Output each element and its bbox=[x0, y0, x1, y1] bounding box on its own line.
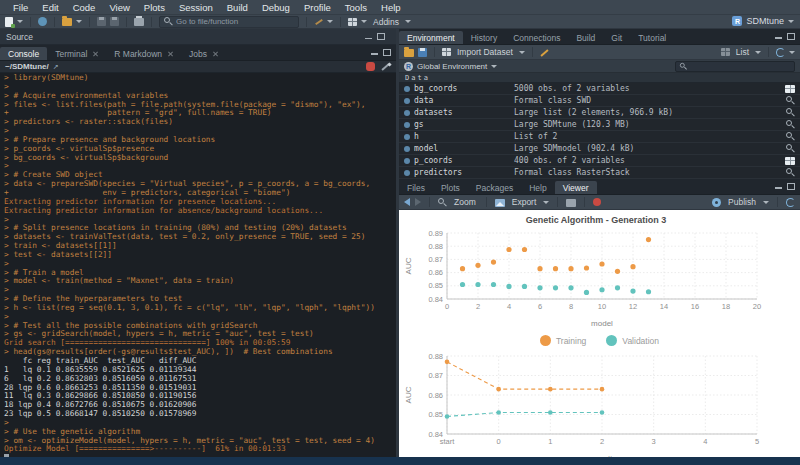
load-workspace-icon[interactable] bbox=[404, 49, 414, 57]
tab-environment[interactable]: Environment bbox=[399, 31, 463, 44]
import-dataset-icon[interactable] bbox=[442, 48, 451, 56]
tab-console[interactable]: Console bbox=[0, 47, 47, 60]
chevron-down-icon[interactable] bbox=[543, 201, 549, 204]
inspect-object-icon[interactable] bbox=[786, 132, 795, 141]
tab-build[interactable]: Build bbox=[568, 31, 603, 44]
tab-viewer[interactable]: Viewer bbox=[555, 181, 597, 194]
console-output-area[interactable]: > library(SDMtune)>> # Acquire environme… bbox=[0, 73, 396, 457]
close-tab-icon[interactable] bbox=[212, 51, 218, 57]
minimize-icon[interactable] bbox=[775, 37, 782, 39]
forward-icon[interactable] bbox=[415, 198, 421, 206]
env-row-model[interactable]: modelLarge SDMmodel (902.4 kB) bbox=[399, 143, 800, 155]
import-dataset-button[interactable]: Import Dataset bbox=[457, 47, 513, 57]
tab-plots[interactable]: Plots bbox=[433, 181, 468, 194]
chevron-down-icon[interactable] bbox=[405, 20, 411, 23]
chevron-down-icon[interactable] bbox=[763, 201, 769, 204]
copy-plot-icon[interactable] bbox=[566, 199, 576, 207]
chevron-down-icon[interactable] bbox=[327, 20, 333, 23]
tab-r-markdown[interactable]: R Markdown bbox=[106, 47, 181, 60]
menu-tools[interactable]: Tools bbox=[338, 2, 374, 13]
inspect-object-icon[interactable] bbox=[786, 120, 795, 129]
tab-history[interactable]: History bbox=[463, 31, 505, 44]
zoom-button[interactable]: Zoom bbox=[454, 197, 476, 207]
goto-file-function-input[interactable]: Go to file/function bbox=[159, 16, 299, 28]
menu-plots[interactable]: Plots bbox=[137, 2, 172, 13]
maximize-icon[interactable] bbox=[377, 33, 385, 40]
env-row-bg_coords[interactable]: bg_coords5000 obs. of 2 variables bbox=[399, 83, 800, 95]
chevron-down-icon[interactable] bbox=[491, 65, 497, 68]
env-row-gs[interactable]: gsLarge SDMtune (120.3 MB) bbox=[399, 119, 800, 131]
chevron-down-icon[interactable] bbox=[361, 20, 367, 23]
zoom-icon[interactable] bbox=[438, 198, 447, 207]
close-tab-icon[interactable] bbox=[92, 51, 98, 57]
list-view-icon[interactable] bbox=[721, 48, 730, 56]
tab-help[interactable]: Help bbox=[521, 181, 554, 194]
view-table-icon[interactable] bbox=[785, 85, 795, 93]
close-tab-icon[interactable] bbox=[167, 51, 173, 57]
menu-file[interactable]: File bbox=[6, 2, 35, 13]
list-view-button[interactable]: List bbox=[736, 47, 749, 57]
refresh-viewer-icon[interactable] bbox=[786, 198, 795, 207]
inspect-object-icon[interactable] bbox=[786, 108, 795, 117]
back-icon[interactable] bbox=[404, 198, 410, 206]
minimize-icon[interactable] bbox=[371, 53, 378, 55]
tab-connections[interactable]: Connections bbox=[505, 31, 568, 44]
env-row-data[interactable]: dataFormal class SWD bbox=[399, 95, 800, 107]
menu-build[interactable]: Build bbox=[220, 2, 255, 13]
inspect-object-icon[interactable] bbox=[786, 144, 795, 153]
new-file-icon[interactable] bbox=[5, 17, 13, 27]
tab-tutorial[interactable]: Tutorial bbox=[630, 31, 674, 44]
panes-layout-icon[interactable] bbox=[348, 18, 357, 26]
maximize-icon[interactable] bbox=[383, 49, 391, 56]
save-icon[interactable] bbox=[97, 17, 106, 26]
env-row-p_coords[interactable]: p_coords400 obs. of 2 variables bbox=[399, 155, 800, 167]
tab-jobs[interactable]: Jobs bbox=[181, 47, 226, 60]
addins-button[interactable]: Addins bbox=[373, 17, 399, 27]
chevron-down-icon[interactable] bbox=[519, 51, 525, 54]
goto-directory-icon[interactable]: ↗ bbox=[53, 63, 59, 71]
refresh-icon[interactable] bbox=[776, 48, 785, 57]
clear-objects-icon[interactable] bbox=[540, 48, 550, 57]
menu-session[interactable]: Session bbox=[172, 2, 220, 13]
clear-console-icon[interactable] bbox=[381, 62, 391, 71]
menu-debug[interactable]: Debug bbox=[255, 2, 297, 13]
new-project-icon[interactable] bbox=[38, 17, 47, 26]
menu-edit[interactable]: Edit bbox=[35, 2, 65, 13]
menu-help[interactable]: Help bbox=[374, 2, 408, 13]
view-table-icon[interactable] bbox=[785, 157, 795, 165]
chevron-down-icon[interactable] bbox=[755, 51, 761, 54]
print-icon[interactable] bbox=[134, 18, 144, 26]
tab-files[interactable]: Files bbox=[399, 181, 433, 194]
chevron-down-icon[interactable] bbox=[17, 20, 23, 23]
env-row-h[interactable]: hList of 2 bbox=[399, 131, 800, 143]
save-workspace-icon[interactable] bbox=[418, 48, 427, 57]
workspace-tools-icon[interactable] bbox=[314, 17, 323, 26]
remove-plot-icon[interactable] bbox=[593, 198, 601, 206]
minimize-icon[interactable] bbox=[365, 38, 372, 40]
publish-icon[interactable] bbox=[712, 198, 721, 207]
minimize-icon[interactable] bbox=[775, 187, 782, 189]
export-button[interactable]: Export bbox=[512, 197, 537, 207]
export-icon[interactable] bbox=[495, 199, 505, 207]
tab-git[interactable]: Git bbox=[603, 31, 630, 44]
open-file-icon[interactable] bbox=[62, 18, 72, 26]
env-row-predictors[interactable]: predictorsFormal class RasterStack bbox=[399, 167, 800, 179]
save-all-icon[interactable] bbox=[110, 17, 119, 26]
inspect-object-icon[interactable] bbox=[786, 96, 795, 105]
environment-search-input[interactable] bbox=[675, 61, 795, 72]
environment-scope-selector[interactable]: Global Environment bbox=[417, 62, 487, 71]
env-row-datasets[interactable]: datasetsLarge list (2 elements, 966.9 kB… bbox=[399, 107, 800, 119]
maximize-icon[interactable] bbox=[787, 183, 795, 190]
interrupt-r-icon[interactable] bbox=[366, 62, 375, 71]
project-selector[interactable]: R SDMtune bbox=[732, 16, 794, 26]
chevron-down-icon[interactable] bbox=[789, 51, 795, 54]
tab-packages[interactable]: Packages bbox=[468, 181, 521, 194]
menu-profile[interactable]: Profile bbox=[297, 2, 338, 13]
inspect-object-icon[interactable] bbox=[786, 168, 795, 177]
publish-button[interactable]: Publish bbox=[728, 197, 756, 207]
menu-view[interactable]: View bbox=[102, 2, 136, 13]
maximize-icon[interactable] bbox=[787, 33, 795, 40]
menu-code[interactable]: Code bbox=[66, 2, 103, 13]
tab-terminal[interactable]: Terminal bbox=[47, 47, 106, 60]
chevron-down-icon[interactable] bbox=[76, 20, 82, 23]
